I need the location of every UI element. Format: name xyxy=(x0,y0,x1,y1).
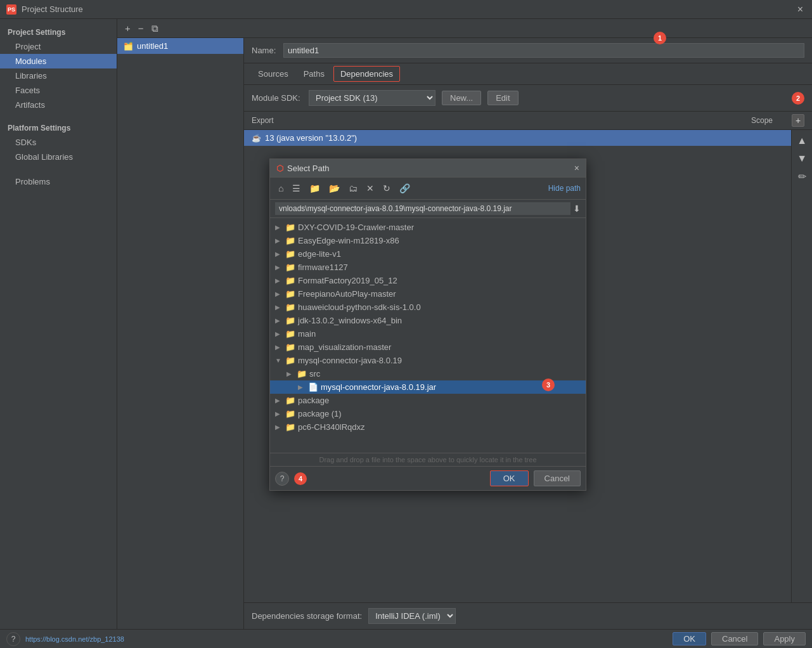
tree-item[interactable]: ▶📁src xyxy=(270,367,586,380)
window-close-button[interactable]: × xyxy=(795,4,806,15)
tree-expand-icon: ▶ xyxy=(275,317,283,324)
folder-icon: 📁 xyxy=(285,276,295,285)
add-module-button[interactable]: + xyxy=(122,22,133,35)
tree-item[interactable]: ▶📁edge-lite-v1 xyxy=(270,247,586,261)
dialog-help-button[interactable]: ? xyxy=(275,472,289,486)
project-settings-section: Project Settings xyxy=(0,24,117,39)
tree-item[interactable]: ▼📁mysql-connector-java-8.0.19 xyxy=(270,354,586,367)
folder-icon: 📁 xyxy=(285,262,295,272)
name-label: Name: xyxy=(252,46,277,55)
dialog-delete-button[interactable]: ✕ xyxy=(363,181,377,195)
folder-icon: 📁 xyxy=(285,356,295,365)
tree-item[interactable]: ▶📁package (1) xyxy=(270,407,586,420)
folder-icon: 📁 xyxy=(285,422,295,432)
tree-item[interactable]: ▶📄mysql-connector-java-8.0.19.jar xyxy=(270,380,586,394)
sidebar-item-global-libraries[interactable]: Global Libraries xyxy=(0,150,117,164)
tree-item[interactable]: ▶📁firmware1127 xyxy=(270,261,586,274)
sidebar-item-facets[interactable]: Facets xyxy=(0,83,117,98)
dialog-bottom-row: ? 4 OK Cancel xyxy=(270,466,586,490)
tree-item[interactable]: ▶📁pc6-CH340lRqdxz xyxy=(270,420,586,434)
tab-sources[interactable]: Sources xyxy=(252,67,295,81)
sidebar-item-libraries[interactable]: Libraries xyxy=(0,68,117,83)
add-dep-button[interactable]: + xyxy=(792,114,804,127)
tree-item-label: mysql-connector-java-8.0.19 xyxy=(298,356,402,365)
tab-paths[interactable]: Paths xyxy=(297,67,331,81)
dialog-path-input[interactable] xyxy=(275,202,570,215)
tree-item[interactable]: ▶📁huaweicloud-python-sdk-sis-1.0.0 xyxy=(270,301,586,314)
tree-item-label: DXY-COVID-19-Crawler-master xyxy=(298,223,414,232)
dep-up-button[interactable]: ▲ xyxy=(794,133,809,149)
tree-item-label: mysql-connector-java-8.0.19.jar xyxy=(321,382,436,392)
tree-item-label: jdk-13.0.2_windows-x64_bin xyxy=(298,316,402,325)
folder-icon: 📁 xyxy=(285,236,295,245)
sdk-new-button[interactable]: New... xyxy=(442,91,481,105)
name-input[interactable] xyxy=(283,43,804,58)
module-item-untitled1[interactable]: 🗂️ untitled1 xyxy=(117,38,243,54)
storage-label: Dependencies storage format: xyxy=(252,611,362,621)
dep-header-row: Export Scope + xyxy=(244,112,812,130)
sidebar: Project Settings Project Modules Librari… xyxy=(0,19,117,629)
dialog-cancel-button[interactable]: Cancel xyxy=(534,470,581,486)
drag-hint: Drag and drop a file into the space abov… xyxy=(270,453,586,466)
tabs-row: Sources Paths Dependencies xyxy=(244,63,812,85)
dep-jdk-label: 13 (java version "13.0.2") xyxy=(265,133,357,143)
tree-item[interactable]: ▶📁map_visualization-master xyxy=(270,340,586,354)
tree-item-label: FreepianoAutoPlay-master xyxy=(298,289,396,299)
dialog-download-button[interactable]: ⬇ xyxy=(573,204,581,214)
sdk-label: Module SDK: xyxy=(252,93,302,103)
tree-item-label: pc6-CH340lRqdxz xyxy=(298,422,365,432)
tab-dependencies[interactable]: Dependencies xyxy=(333,66,400,82)
module-icon: 🗂️ xyxy=(124,42,133,51)
tree-item[interactable]: ▶📁FormatFactory2019_05_12 xyxy=(270,274,586,287)
ok-button[interactable]: OK xyxy=(673,632,706,645)
sidebar-item-problems[interactable]: Problems xyxy=(0,174,117,189)
help-button[interactable]: ? xyxy=(6,632,20,646)
sidebar-item-project[interactable]: Project xyxy=(0,39,117,54)
top-toolbar: + − ⧉ xyxy=(117,19,812,38)
dialog-icon: ⬡ xyxy=(276,164,283,173)
dialog-tree[interactable]: ▶📁DXY-COVID-19-Crawler-master▶📁EasyEdge-… xyxy=(270,218,586,453)
copy-module-button[interactable]: ⧉ xyxy=(149,22,161,36)
tree-expand-icon: ▼ xyxy=(275,357,283,364)
sdk-select[interactable]: Project SDK (13) xyxy=(309,90,435,106)
dialog-new-folder-button[interactable]: 📁 xyxy=(306,181,323,195)
hide-path-button[interactable]: Hide path xyxy=(548,184,581,193)
tree-expand-icon: ▶ xyxy=(287,370,294,377)
tree-item[interactable]: ▶📁package xyxy=(270,394,586,407)
tree-item[interactable]: ▶📁main xyxy=(270,327,586,340)
sidebar-item-sdks[interactable]: SDKs xyxy=(0,135,117,150)
window-title: Project Structure xyxy=(22,4,795,14)
tree-expand-icon: ▶ xyxy=(275,264,283,271)
dialog-ok-button[interactable]: OK xyxy=(490,470,529,486)
dialog-list-button[interactable]: ☰ xyxy=(289,181,304,195)
dialog-folder-up-button[interactable]: 📂 xyxy=(326,181,343,195)
dialog-refresh-button[interactable]: ↻ xyxy=(380,181,394,195)
dep-down-button[interactable]: ▼ xyxy=(794,150,809,167)
sdk-edit-button[interactable]: Edit xyxy=(487,91,518,105)
tree-item-label: package xyxy=(298,396,329,405)
storage-select[interactable]: IntelliJ IDEA (.iml) Gradle Maven xyxy=(368,608,456,624)
tree-item[interactable]: ▶📁DXY-COVID-19-Crawler-master xyxy=(270,221,586,234)
sidebar-item-modules[interactable]: Modules xyxy=(0,54,117,68)
dialog-close-button[interactable]: × xyxy=(574,163,579,173)
sidebar-item-artifacts[interactable]: Artifacts xyxy=(0,98,117,112)
platform-settings-section: Platform Settings xyxy=(0,120,117,135)
dialog-path-row: ⬇ xyxy=(270,200,586,218)
tree-expand-icon: ▶ xyxy=(275,344,283,351)
dialog-link-button[interactable]: 🔗 xyxy=(396,181,413,195)
dep-edit-button[interactable]: ✏ xyxy=(794,168,809,185)
tree-item[interactable]: ▶📁EasyEdge-win-m12819-x86 xyxy=(270,234,586,247)
tree-expand-icon: ▶ xyxy=(275,290,283,297)
dialog-folder-button2[interactable]: 🗂 xyxy=(345,181,361,195)
badge-4: 4 xyxy=(294,472,307,485)
dialog-home-button[interactable]: ⌂ xyxy=(275,181,287,195)
dep-row-jdk[interactable]: ☕ 13 (java version "13.0.2") xyxy=(244,130,791,146)
cancel-button[interactable]: Cancel xyxy=(711,632,758,645)
tree-item-label: package (1) xyxy=(298,409,342,418)
remove-module-button[interactable]: − xyxy=(136,22,146,35)
tree-expand-icon: ▶ xyxy=(275,277,283,284)
apply-button[interactable]: Apply xyxy=(763,632,806,645)
tree-item[interactable]: ▶📁FreepianoAutoPlay-master xyxy=(270,287,586,301)
app-icon: PS xyxy=(6,4,16,15)
tree-item[interactable]: ▶📁jdk-13.0.2_windows-x64_bin xyxy=(270,314,586,327)
